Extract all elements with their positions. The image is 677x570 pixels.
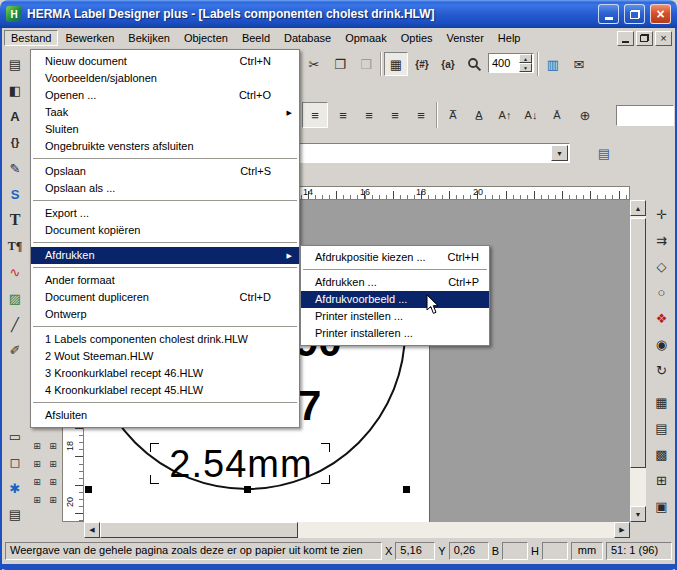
rectangle-tool-button[interactable]: ▭	[3, 424, 27, 448]
close-button[interactable]: ×	[650, 4, 671, 24]
text-paragraph-tool-button[interactable]: T¶	[3, 234, 27, 258]
mdi-close-button[interactable]: ×	[655, 31, 672, 46]
menu-objecten[interactable]: Objecten	[177, 30, 235, 46]
vertical-scroll-thumb[interactable]	[630, 218, 646, 468]
menu-item-export[interactable]: Export ...	[31, 205, 299, 222]
mail-button[interactable]: ✉	[567, 52, 591, 76]
horizontal-scroll-thumb[interactable]	[100, 522, 298, 538]
zoom-button[interactable]	[462, 52, 486, 76]
star-tool-button[interactable]: ✱	[3, 476, 27, 500]
style-tool-button[interactable]: S	[3, 182, 27, 206]
selection-handle[interactable]	[403, 486, 410, 493]
scroll-up-button[interactable]: ▲	[630, 200, 646, 216]
grid-toggle-button[interactable]: ▦	[384, 52, 408, 76]
text-align-top-button[interactable]: A̅	[440, 102, 466, 128]
layout-grid-button-5[interactable]: ⊞	[29, 474, 45, 490]
align-justify-button[interactable]: ≡	[408, 102, 434, 128]
menu-item-opslaan-als[interactable]: Opslaan als ...	[31, 180, 299, 197]
submenu-item-afdrukpositie-kiezen[interactable]: Afdrukpositie kiezen ...Ctrl+H	[301, 249, 489, 266]
menu-item-ontwerp[interactable]: Ontwerp	[31, 306, 299, 323]
zoom-level-input[interactable]	[489, 54, 519, 72]
menu-item-opslaan[interactable]: OpslaanCtrl+S	[31, 163, 299, 180]
menu-database[interactable]: Database	[277, 30, 338, 46]
text-move-down-button[interactable]: A↓	[518, 102, 544, 128]
grid-plus-button[interactable]: ⊞	[649, 468, 674, 492]
menu-item-recent-1[interactable]: 1 Labels componenten cholest drink.HLW	[31, 331, 299, 348]
diamond-tool-button[interactable]: ◇	[649, 254, 674, 278]
insert-text-field-button[interactable]: {a}	[436, 52, 460, 76]
menu-item-taak[interactable]: Taak▶	[31, 104, 299, 121]
language-button[interactable]: ⊕	[572, 102, 598, 128]
menu-item-afsluiten[interactable]: Afsluiten	[31, 407, 299, 424]
menu-item-voorbeelden-sjablonen[interactable]: Voorbeelden/sjablonen	[31, 70, 299, 87]
menu-item-nieuw-document[interactable]: Nieuw documentCtrl+N	[31, 53, 299, 70]
mdi-minimize-button[interactable]	[617, 31, 634, 46]
menu-item-afdrukken[interactable]: Afdrukken▶	[31, 247, 299, 264]
menu-bestand[interactable]: Bestand	[4, 30, 58, 46]
layout-grid-button-1[interactable]: ⊞	[29, 438, 45, 454]
menu-bewerken[interactable]: Bewerken	[58, 30, 121, 46]
ellipse-tool-button[interactable]: ○	[649, 280, 674, 304]
grid-solid-button[interactable]: ▣	[649, 494, 674, 518]
menu-item-ander-formaat[interactable]: Ander formaat	[31, 272, 299, 289]
align-right-button[interactable]: ≡	[382, 102, 408, 128]
text-move-up-button[interactable]: A↑	[492, 102, 518, 128]
restore-button[interactable]	[624, 4, 645, 24]
paragraph-format-button[interactable]: ≡	[302, 102, 328, 128]
menu-bekijken[interactable]: Bekijken	[121, 30, 177, 46]
move-tool-button[interactable]: ✛	[649, 202, 674, 226]
align-left-button[interactable]: ≡	[330, 102, 356, 128]
layout-grid-button-7[interactable]: ⊞	[29, 492, 45, 508]
layout-grid-button-8[interactable]: ⊞	[45, 492, 61, 508]
text-align-middle-button[interactable]: Ā	[544, 102, 570, 128]
pencil-tool-button[interactable]: ✐	[3, 338, 27, 362]
curve-tool-button[interactable]: ∿	[3, 260, 27, 284]
insert-number-field-button[interactable]: {#}	[410, 52, 434, 76]
distribute-tool-button[interactable]: ⇉	[649, 228, 674, 252]
submenu-item-afdrukken[interactable]: Afdrukken ...Ctrl+P	[301, 274, 489, 291]
cut-button[interactable]: ✂	[302, 52, 326, 76]
copy-button[interactable]: ❐	[328, 52, 352, 76]
grid-medium-button[interactable]: ▤	[649, 416, 674, 440]
menu-item-openen[interactable]: Openen ...Ctrl+O	[31, 87, 299, 104]
grid-large-button[interactable]: ▩	[649, 442, 674, 466]
layout-grid-button-6[interactable]: ⊞	[45, 474, 61, 490]
layout-grid-button-3[interactable]: ⊞	[29, 456, 45, 472]
menu-opties[interactable]: Opties	[394, 30, 440, 46]
menu-opmaak[interactable]: Opmaak	[338, 30, 394, 46]
line-tool-button[interactable]: ╱	[3, 312, 27, 336]
zoom-spin-up-button[interactable]: ▲	[519, 54, 532, 63]
minimize-button[interactable]	[598, 4, 619, 24]
label-text-fragment-mid[interactable]: 7	[298, 385, 321, 427]
menu-item-document-dupliceren[interactable]: Document duplicerenCtrl+D	[31, 289, 299, 306]
combobox-dropdown-button[interactable]: ▼	[551, 145, 568, 161]
submenu-item-printer-instellen[interactable]: Printer instellen ...	[301, 308, 489, 325]
menu-item-sluiten[interactable]: Sluiten	[31, 121, 299, 138]
text-align-bottom-button[interactable]: A̲	[466, 102, 492, 128]
columns-button[interactable]: ▥	[541, 52, 565, 76]
menu-item-recent-3[interactable]: 3 Kroonkurklabel recept 46.HLW	[31, 365, 299, 382]
print-tool-button[interactable]: ▤	[3, 52, 27, 76]
submenu-item-printer-installeren[interactable]: Printer installeren ...	[301, 325, 489, 342]
toolbar-text-input[interactable]	[616, 105, 674, 126]
hatch-tool-button[interactable]: ▤	[3, 502, 27, 526]
zoom-spin-down-button[interactable]: ▼	[519, 63, 532, 72]
sphere-tool-button[interactable]: ◉	[649, 332, 674, 356]
square-tool-button[interactable]: ◻	[3, 450, 27, 474]
menu-venster[interactable]: Venster	[440, 30, 491, 46]
selection-handle[interactable]	[244, 486, 251, 493]
rotate-tool-button[interactable]: ↻	[649, 358, 674, 382]
submenu-item-afdrukvoorbeeld[interactable]: Afdrukvoorbeeld ...	[301, 291, 489, 308]
letter-tool-button[interactable]: A	[3, 104, 27, 128]
layout-grid-button-2[interactable]: ⊞	[45, 438, 61, 454]
horizontal-scrollbar[interactable]: ◀ ▶	[84, 522, 630, 538]
menu-item-ongebruikte-vensters-afsluiten[interactable]: Ongebruikte vensters afsluiten	[31, 138, 299, 155]
label-dimension-text[interactable]: 2.54mm	[146, 444, 336, 486]
image-tool-button[interactable]: ▨	[3, 286, 27, 310]
scroll-down-button[interactable]: ▼	[630, 506, 646, 522]
scroll-left-button[interactable]: ◀	[84, 522, 100, 538]
menu-beeld[interactable]: Beeld	[235, 30, 277, 46]
menu-item-recent-2[interactable]: 2 Wout Steeman.HLW	[31, 348, 299, 365]
palette-tool-button[interactable]: ❖	[649, 306, 674, 330]
layout-grid-button-4[interactable]: ⊞	[45, 456, 61, 472]
